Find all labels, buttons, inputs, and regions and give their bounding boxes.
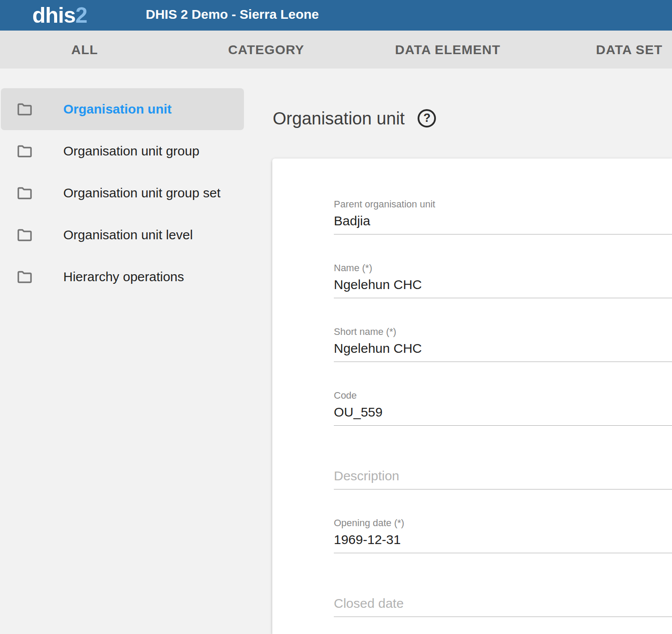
opening-date-input[interactable]: 1969-12-31 <box>334 532 672 548</box>
sidebar-item-organisation-unit-group-set[interactable]: Organisation unit group set <box>0 172 272 214</box>
parent-organisation-unit-input[interactable]: Badjia <box>334 213 672 229</box>
field-label: Opening date (*) <box>334 517 672 529</box>
tab-category[interactable]: CATEGORY <box>175 31 357 69</box>
short-name-field: Short name (*) Ngelehun CHC <box>334 298 672 362</box>
field-label: Code <box>334 390 672 401</box>
object-type-tab-bar: ALL CATEGORY DATA ELEMENT DATA SET <box>0 31 672 69</box>
logo-text: dhis <box>32 3 75 28</box>
sidebar-item-organisation-unit-group[interactable]: Organisation unit group <box>0 130 272 172</box>
folder-icon <box>16 268 34 286</box>
parent-organisation-unit-field: Parent organisation unit Badjia <box>334 171 672 234</box>
tab-data-element[interactable]: DATA ELEMENT <box>357 31 538 69</box>
folder-icon <box>16 142 34 160</box>
tab-all[interactable]: ALL <box>0 31 175 69</box>
closed-date-input[interactable]: Closed date <box>334 596 672 611</box>
sidebar-item-label: Organisation unit <box>63 102 171 117</box>
folder-icon <box>16 100 34 118</box>
closed-date-field: Closed date <box>334 553 672 617</box>
help-icon[interactable]: ? <box>418 109 436 127</box>
sidebar-item-label: Hierarchy operations <box>63 269 184 284</box>
field-label: Name (*) <box>334 262 672 274</box>
description-input[interactable]: Description <box>334 468 672 484</box>
description-field: Description <box>334 426 672 489</box>
code-field: Code OU_559 <box>334 362 672 426</box>
tabs-container: ALL CATEGORY DATA ELEMENT DATA SET <box>0 31 672 69</box>
sidebar: Organisation unit Organisation unit grou… <box>0 69 272 634</box>
page-header: Organisation unit ? <box>273 108 436 129</box>
name-input[interactable]: Ngelehun CHC <box>334 277 672 293</box>
app-title: DHIS 2 Demo - Sierra Leone <box>146 0 319 29</box>
field-label: Parent organisation unit <box>334 199 672 210</box>
edit-form-card: Parent organisation unit Badjia Name (*)… <box>272 158 672 634</box>
code-input[interactable]: OU_559 <box>334 404 672 420</box>
folder-icon <box>16 184 34 202</box>
sidebar-item-organisation-unit-level[interactable]: Organisation unit level <box>0 214 272 256</box>
dhis2-logo[interactable]: dhis2 <box>32 0 87 31</box>
sidebar-item-label: Organisation unit group set <box>63 186 220 200</box>
opening-date-field: Opening date (*) 1969-12-31 <box>334 489 672 553</box>
tab-data-set[interactable]: DATA SET <box>538 31 672 69</box>
page-title: Organisation unit <box>273 108 405 129</box>
sidebar-item-hierarchy-operations[interactable]: Hierarchy operations <box>0 256 272 298</box>
field-label: Short name (*) <box>334 326 672 338</box>
sidebar-item-label: Organisation unit level <box>63 227 193 242</box>
logo-suffix: 2 <box>75 3 87 28</box>
sidebar-item-label: Organisation unit group <box>63 144 199 158</box>
short-name-input[interactable]: Ngelehun CHC <box>334 341 672 356</box>
folder-icon <box>16 226 34 244</box>
name-field: Name (*) Ngelehun CHC <box>334 234 672 298</box>
app-header: dhis2 DHIS 2 Demo - Sierra Leone <box>0 0 672 31</box>
sidebar-item-organisation-unit[interactable]: Organisation unit <box>1 88 244 130</box>
